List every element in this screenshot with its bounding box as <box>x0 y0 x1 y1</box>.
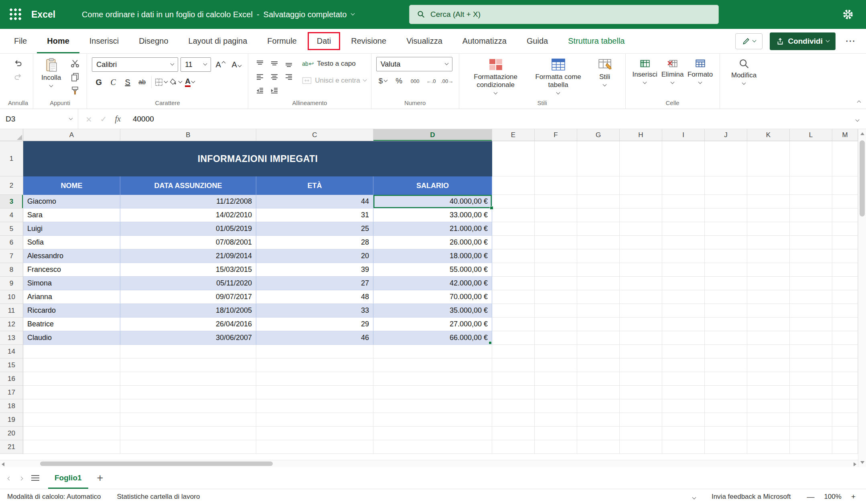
cell-K20[interactable] <box>747 427 790 440</box>
cell-F14[interactable] <box>535 345 577 358</box>
row-header-10[interactable]: 10 <box>0 290 23 304</box>
draw-mode-button[interactable] <box>735 33 763 49</box>
cell-I4[interactable] <box>662 208 705 222</box>
cell-M1[interactable] <box>832 141 858 176</box>
cell-B2[interactable]: DATA ASSUNZIONE <box>120 176 256 195</box>
cell-M9[interactable] <box>832 277 858 290</box>
cell-M3[interactable] <box>832 195 858 208</box>
vertical-scrollbar[interactable] <box>858 129 866 467</box>
sheet-tab-foglio1[interactable]: Foglio1 <box>48 467 88 489</box>
cell-E16[interactable] <box>492 372 535 386</box>
cell-A11[interactable]: Riccardo <box>23 304 120 318</box>
cell-C15[interactable] <box>256 358 373 372</box>
column-header-D[interactable]: D <box>373 129 492 141</box>
cell-B20[interactable] <box>120 427 256 440</box>
cell-K4[interactable] <box>747 208 790 222</box>
cell-L7[interactable] <box>790 249 832 263</box>
cell-B8[interactable]: 15/03/2015 <box>120 263 256 277</box>
tab-file[interactable]: File <box>4 29 37 53</box>
increase-font-size-button[interactable]: A <box>213 57 227 72</box>
cell-C5[interactable]: 25 <box>256 222 373 236</box>
cell-J9[interactable] <box>705 277 747 290</box>
cell-A18[interactable] <box>23 399 120 413</box>
row-header-1[interactable]: 1 <box>0 141 23 176</box>
cell-M14[interactable] <box>832 345 858 358</box>
cell-B18[interactable] <box>120 399 256 413</box>
cell-F12[interactable] <box>535 318 577 331</box>
cell-styles-button[interactable]: Stili <box>589 57 621 87</box>
cell-H6[interactable] <box>620 236 662 249</box>
align-left-button[interactable] <box>253 71 267 83</box>
cell-L15[interactable] <box>790 358 832 372</box>
cell-H8[interactable] <box>620 263 662 277</box>
font-name-select[interactable]: Calibri <box>92 57 178 72</box>
row-header-13[interactable]: 13 <box>0 331 23 345</box>
cell-D21[interactable] <box>373 440 492 454</box>
cell-B16[interactable] <box>120 372 256 386</box>
calc-mode-status[interactable]: Modalità di calcolo: Automatico <box>7 493 101 501</box>
cell-L21[interactable] <box>790 440 832 454</box>
tab-disegno[interactable]: Disegno <box>129 29 178 53</box>
cell-F21[interactable] <box>535 440 577 454</box>
cell-J21[interactable] <box>705 440 747 454</box>
cell-D7[interactable]: 18.000,00 € <box>373 249 492 263</box>
align-bottom-button[interactable] <box>282 57 296 70</box>
cell-K15[interactable] <box>747 358 790 372</box>
cell-F16[interactable] <box>535 372 577 386</box>
cell-G17[interactable] <box>577 386 620 399</box>
cell-E20[interactable] <box>492 427 535 440</box>
zoom-out-button[interactable]: — <box>807 492 814 501</box>
row-header-4[interactable]: 4 <box>0 208 23 222</box>
cell-I16[interactable] <box>662 372 705 386</box>
cell-I7[interactable] <box>662 249 705 263</box>
cell-I13[interactable] <box>662 331 705 345</box>
scroll-down-icon[interactable] <box>860 461 864 464</box>
cell-L13[interactable] <box>790 331 832 345</box>
cell-I6[interactable] <box>662 236 705 249</box>
cell-I2[interactable] <box>662 176 705 195</box>
cell-K21[interactable] <box>747 440 790 454</box>
cell-H18[interactable] <box>620 399 662 413</box>
cell-M7[interactable] <box>832 249 858 263</box>
cell-A20[interactable] <box>23 427 120 440</box>
cell-G19[interactable] <box>577 413 620 427</box>
tab-visualizza[interactable]: Visualizza <box>396 29 452 53</box>
cell-C7[interactable]: 20 <box>256 249 373 263</box>
cell-C6[interactable]: 28 <box>256 236 373 249</box>
cell-J16[interactable] <box>705 372 747 386</box>
tab-dati[interactable]: Dati <box>307 29 341 53</box>
cell-G12[interactable] <box>577 318 620 331</box>
tab-home[interactable]: Home <box>37 29 79 53</box>
feedback-link[interactable]: Invia feedback a Microsoft <box>712 493 791 501</box>
cell-H16[interactable] <box>620 372 662 386</box>
cell-H7[interactable] <box>620 249 662 263</box>
cell-E1[interactable] <box>492 141 535 176</box>
cell-B10[interactable]: 09/07/2017 <box>120 290 256 304</box>
tab-inserisci[interactable]: Inserisci <box>79 29 129 53</box>
horizontal-scrollbar[interactable] <box>0 460 858 467</box>
cell-H3[interactable] <box>620 195 662 208</box>
cell-I18[interactable] <box>662 399 705 413</box>
cell-K11[interactable] <box>747 304 790 318</box>
decrease-font-size-button[interactable]: A <box>229 57 243 72</box>
cell-L4[interactable] <box>790 208 832 222</box>
cell-G21[interactable] <box>577 440 620 454</box>
row-header-14[interactable]: 14 <box>0 345 23 358</box>
cell-D16[interactable] <box>373 372 492 386</box>
add-sheet-button[interactable]: + <box>97 473 103 484</box>
cell-H4[interactable] <box>620 208 662 222</box>
wrap-text-button[interactable]: ab↩ Testo a capo <box>302 57 366 71</box>
select-all-corner[interactable] <box>0 129 23 141</box>
cell-C3[interactable]: 44 <box>256 195 373 208</box>
cell-C16[interactable] <box>256 372 373 386</box>
column-header-E[interactable]: E <box>492 129 535 141</box>
increase-decimal-button[interactable]: ←.0 <box>424 75 438 87</box>
cell-I14[interactable] <box>662 345 705 358</box>
format-cells-button[interactable]: Formato <box>686 57 715 84</box>
vertical-scroll-thumb[interactable] <box>860 140 865 217</box>
cell-H11[interactable] <box>620 304 662 318</box>
cell-I8[interactable] <box>662 263 705 277</box>
conditional-formatting-button[interactable]: Formattazione condizionale <box>464 57 527 95</box>
cell-D8[interactable]: 55.000,00 € <box>373 263 492 277</box>
row-header-3[interactable]: 3 <box>0 195 23 208</box>
